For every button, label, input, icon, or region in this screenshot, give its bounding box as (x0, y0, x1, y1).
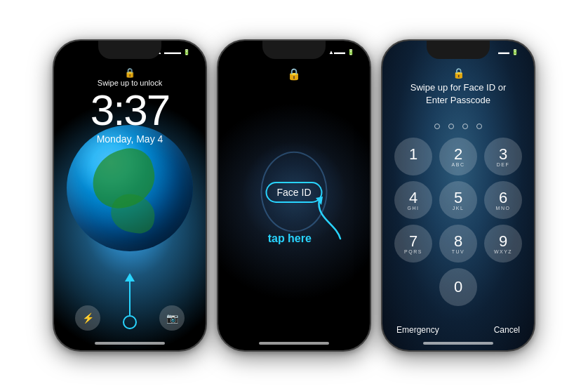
bottom-icons: ⚡ 📷 (54, 305, 206, 331)
battery-icon: 🔋 (183, 49, 190, 55)
time-text: 3:37 (54, 88, 206, 132)
wifi-icon-2: ▲▬▬ (328, 49, 345, 55)
key-1[interactable]: 1 (394, 138, 432, 175)
key-5[interactable]: 5JKL (439, 181, 477, 219)
key-empty-right (484, 268, 522, 306)
date-text: Monday, May 4 (54, 133, 206, 145)
key-2[interactable]: 2ABC (439, 138, 477, 175)
cancel-button[interactable]: Cancel (494, 325, 520, 335)
phones-container: ▲ ▬▬▬ 🔋 🔒 Swipe up to unlock 3:37 Monday… (46, 25, 542, 366)
lock-icon-2: 🔒 (287, 67, 301, 81)
key-7[interactable]: 7PQRS (394, 225, 432, 263)
side-btn-right-3 (534, 104, 535, 139)
key-0[interactable]: 0 (439, 268, 477, 306)
battery-icon-2: 🔋 (347, 49, 354, 55)
bottom-actions: Emergency Cancel (382, 325, 534, 335)
time-display: 3:37 Monday, May 4 (54, 88, 206, 145)
status-icons-1: ▲ ▬▬▬ 🔋 (156, 49, 190, 55)
key-3[interactable]: 3DEF (484, 138, 522, 175)
key-empty-left (394, 268, 432, 306)
emergency-button[interactable]: Emergency (396, 325, 439, 335)
flashlight-icon: ⚡ (82, 312, 94, 324)
notch-1 (98, 41, 161, 59)
key-6[interactable]: 6MNO (484, 181, 522, 219)
passcode-title-line2: Enter Passcode (426, 95, 490, 105)
phone-1: ▲ ▬▬▬ 🔋 🔒 Swipe up to unlock 3:37 Monday… (53, 39, 207, 352)
camera-icon: 📷 (166, 312, 178, 324)
notch-3 (427, 41, 490, 59)
phone-3: ▬▬ 🔋 🔒 Swipe up for Face ID or Enter Pas… (381, 39, 535, 352)
face-id-screen: ▲▬▬ 🔋 🔒 Face ID tap here (218, 41, 370, 350)
passcode-screen: ▬▬ 🔋 🔒 Swipe up for Face ID or Enter Pas… (382, 41, 534, 350)
home-bar-1 (95, 342, 165, 345)
side-btn-right-2 (370, 104, 371, 139)
camera-button[interactable]: 📷 (159, 305, 185, 331)
key-9[interactable]: 9WXYZ (484, 225, 522, 263)
status-icons-3: ▬▬ 🔋 (498, 49, 519, 55)
numpad: 1 2ABC 3DEF 4GHI 5JKL 6MNO 7PQRS 8TUV 9W… (382, 138, 534, 306)
passcode-dots (382, 124, 534, 129)
curved-arrow-indicator (302, 190, 344, 232)
passcode-title: Swipe up for Face ID or Enter Passcode (382, 81, 534, 107)
passcode-dot-3 (462, 124, 468, 129)
numpad-row-1: 1 2ABC 3DEF (394, 138, 522, 175)
home-bar-3 (423, 342, 493, 345)
passcode-dot-2 (448, 124, 454, 129)
status-icons-2: ▲▬▬ 🔋 (328, 49, 354, 55)
lock-icon-3: 🔒 (453, 67, 465, 79)
lock-icon-1: 🔒 (124, 67, 135, 78)
passcode-dot-4 (476, 124, 482, 129)
phone-2: ▲▬▬ 🔋 🔒 Face ID tap here (217, 39, 371, 352)
notch-2 (262, 41, 326, 59)
key-8[interactable]: 8TUV (439, 225, 477, 263)
signal-icon: ▬▬▬ (164, 49, 181, 55)
passcode-title-line1: Swipe up for Face ID or (410, 82, 507, 93)
lock-screen: ▲ ▬▬▬ 🔋 🔒 Swipe up to unlock 3:37 Monday… (54, 41, 206, 350)
key-4[interactable]: 4GHI (394, 181, 432, 219)
numpad-row-4: 0 (394, 268, 522, 306)
home-bar-2 (259, 342, 329, 345)
flashlight-button[interactable]: ⚡ (75, 305, 100, 331)
signal-icon-3: ▬▬ (498, 49, 509, 55)
numpad-row-2: 4GHI 5JKL 6MNO (394, 181, 522, 219)
numpad-row-3: 7PQRS 8TUV 9WXYZ (394, 225, 522, 263)
passcode-dot-1 (434, 124, 440, 129)
side-btn-right-1 (206, 104, 207, 139)
battery-icon-3: 🔋 (512, 49, 519, 55)
